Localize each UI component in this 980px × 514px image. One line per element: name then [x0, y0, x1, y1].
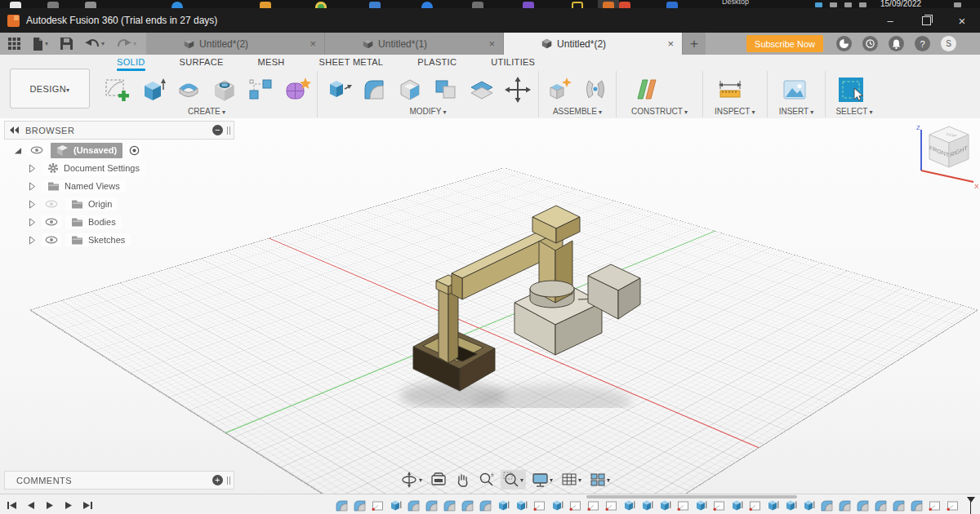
timeline-skip-start-icon[interactable] [7, 499, 18, 514]
left-column[interactable] [439, 287, 448, 363]
look-at-icon[interactable] [428, 471, 449, 489]
pan-icon[interactable] [452, 471, 473, 490]
model-viewport[interactable]: FRONT RIGHT TOP Z X BROWSER − (Unsaved)D… [0, 118, 980, 494]
browser-panel-header[interactable]: BROWSER − [4, 121, 234, 140]
job-status-icon[interactable] [836, 36, 852, 51]
timeline-op-extrude-icon[interactable] [497, 498, 510, 512]
timeline-position-marker[interactable] [967, 497, 974, 514]
workspace-selector[interactable]: DESIGN [10, 69, 90, 109]
restore-button[interactable] [908, 8, 944, 33]
tab-close-icon[interactable] [667, 38, 674, 50]
expand-arrow-icon[interactable] [29, 164, 37, 173]
timeline-op-fillet-icon[interactable] [479, 498, 492, 512]
ribbon-tab-plastic[interactable]: PLASTIC [400, 55, 474, 71]
timeline-skip-end-icon[interactable] [82, 499, 93, 514]
recent-clock-icon[interactable] [862, 36, 878, 51]
notification-center-icon[interactable] [954, 2, 961, 7]
measure-icon[interactable] [715, 73, 746, 106]
group-label-assemble[interactable]: ASSEMBLE [544, 107, 611, 116]
timeline-op-fillet-icon[interactable] [820, 498, 834, 512]
app-icon[interactable] [472, 2, 483, 8]
browser-item-sketches[interactable]: Sketches [4, 231, 233, 249]
grid-settings-icon[interactable]: ▾ [559, 471, 584, 489]
taskbar-clock[interactable]: 15/09/2022 [880, 0, 921, 8]
timeline-op-extrude-icon[interactable] [730, 498, 744, 512]
timeline-op-fillet-icon[interactable] [910, 498, 924, 512]
mail-icon[interactable] [369, 2, 381, 8]
visibility-eye-icon[interactable] [42, 197, 61, 210]
timeline-op-sketch-icon[interactable] [676, 498, 690, 512]
robot-arm-model[interactable] [392, 196, 670, 408]
tab-close-icon[interactable] [488, 38, 495, 50]
expand-arrow-icon[interactable] [29, 236, 37, 245]
combine-icon[interactable] [430, 73, 461, 106]
expand-arrow-icon[interactable] [29, 200, 37, 209]
activate-radio-icon[interactable] [127, 144, 142, 157]
timeline-step-back-icon[interactable] [25, 499, 37, 514]
group-label-select[interactable]: SELECT [835, 107, 872, 116]
expand-arrow-icon[interactable] [29, 182, 37, 191]
onedrive-icon[interactable] [421, 2, 433, 8]
joint-icon[interactable] [580, 73, 611, 106]
select-icon[interactable] [835, 73, 866, 106]
ribbon-tab-surface[interactable]: SURFACE [163, 55, 241, 71]
fusion-taskbar-icon[interactable] [598, 0, 619, 8]
create-sketch-icon[interactable] [101, 73, 132, 106]
timeline-op-extrude-icon[interactable] [389, 498, 403, 512]
insert-image-icon[interactable] [779, 73, 810, 106]
extrude-icon[interactable] [137, 73, 168, 106]
group-label-create[interactable]: CREATE [101, 107, 312, 116]
timeline-op-sketch-icon[interactable] [928, 498, 942, 512]
visibility-eye-icon[interactable] [42, 233, 61, 246]
panel-resize-grip[interactable] [227, 476, 230, 485]
timeline-play-icon[interactable] [44, 499, 56, 514]
app-icon[interactable] [619, 2, 630, 8]
chrome-icon[interactable] [315, 2, 327, 8]
expand-arrow-icon[interactable] [29, 218, 37, 227]
tray-icon[interactable] [815, 2, 822, 7]
app-icon[interactable] [666, 2, 678, 8]
ribbon-tab-solid[interactable]: SOLID [100, 55, 163, 71]
timeline-op-fillet-icon[interactable] [838, 498, 852, 512]
group-label-construct[interactable]: CONSTRUCT [631, 107, 688, 116]
expand-arrow-icon[interactable] [14, 146, 22, 155]
group-label-modify[interactable]: MODIFY [323, 107, 533, 116]
redo-icon[interactable]: ▾ [117, 38, 136, 50]
timeline-op-extrude-icon[interactable] [658, 498, 672, 512]
ribbon-tab-sheet-metal[interactable]: SHEET METAL [302, 55, 401, 71]
create-form-icon[interactable] [281, 73, 312, 106]
display-settings-icon[interactable]: ▾ [529, 471, 555, 490]
timeline-op-sketch-icon[interactable] [946, 498, 960, 512]
timeline-op-sketch-icon[interactable] [532, 498, 546, 512]
timeline-op-fillet-icon[interactable] [461, 498, 474, 512]
document-tab[interactable]: Untitled*(1) [325, 33, 504, 55]
pattern-icon[interactable] [245, 73, 276, 106]
office-icon[interactable] [260, 2, 271, 8]
timeline-op-fillet-icon[interactable] [892, 498, 906, 512]
timeline-op-fillet-icon[interactable] [874, 498, 888, 512]
timeline-op-extrude-icon[interactable] [766, 498, 780, 512]
hole-icon[interactable] [209, 73, 240, 106]
timeline-op-extrude-icon[interactable] [694, 498, 708, 512]
timeline-step-forward-icon[interactable] [63, 499, 74, 514]
orbit-icon[interactable]: ▾ [399, 470, 425, 490]
app-icon[interactable] [523, 2, 534, 8]
timeline-op-fillet-icon[interactable] [353, 498, 367, 512]
tray-icon[interactable] [844, 2, 852, 7]
comments-panel-header[interactable]: COMMENTS + [4, 471, 234, 490]
browser-item-document-settings[interactable]: Document Settings [4, 159, 233, 177]
timeline-op-extrude-icon[interactable] [784, 498, 798, 512]
start-icon[interactable] [10, 2, 21, 8]
timeline-op-extrude-icon[interactable] [622, 498, 636, 512]
panel-resize-grip[interactable] [227, 126, 230, 135]
add-comment-icon[interactable]: + [212, 475, 223, 485]
collapse-panel-icon[interactable] [10, 126, 19, 134]
browser-item-named-views[interactable]: Named Views [4, 177, 233, 195]
windows-taskbar[interactable]: Desktop 15/09/2022 [0, 0, 980, 8]
tray-icon[interactable] [859, 2, 866, 7]
group-label-inspect[interactable]: INSPECT [715, 107, 755, 116]
timeline-op-extrude-icon[interactable] [640, 498, 654, 512]
task-view-icon[interactable] [85, 2, 96, 8]
search-icon[interactable] [47, 2, 59, 8]
app-grid-icon[interactable] [8, 38, 20, 50]
